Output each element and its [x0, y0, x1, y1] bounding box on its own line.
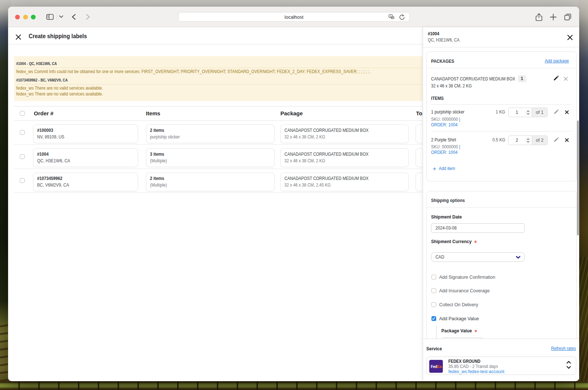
svg-text:文: 文	[392, 17, 394, 19]
